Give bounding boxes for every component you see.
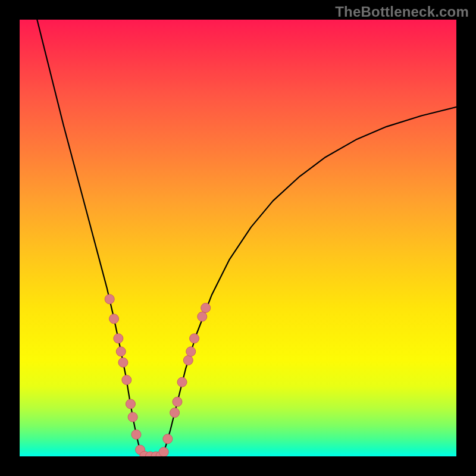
data-marker [128,412,137,422]
data-marker [105,295,114,304]
data-marker [114,334,123,343]
data-marker [201,303,211,312]
data-marker [159,447,168,456]
watermark: TheBottleneck.com [335,4,469,20]
data-marker [116,347,126,356]
data-marker [118,358,128,367]
data-marker [122,375,131,385]
data-marker [177,377,187,387]
chart-frame: TheBottleneck.com [0,0,476,476]
data-marker [173,397,182,406]
data-marker [183,356,193,365]
data-marker [190,334,199,343]
data-markers [105,295,210,456]
data-marker [198,312,207,321]
plot-area [20,20,456,456]
curve-path [37,20,456,456]
bottleneck-curve [20,20,456,456]
data-marker [109,314,119,324]
data-marker [186,347,196,356]
data-marker [163,434,173,444]
data-marker [170,408,180,418]
data-marker [126,399,135,409]
data-marker [131,430,141,439]
